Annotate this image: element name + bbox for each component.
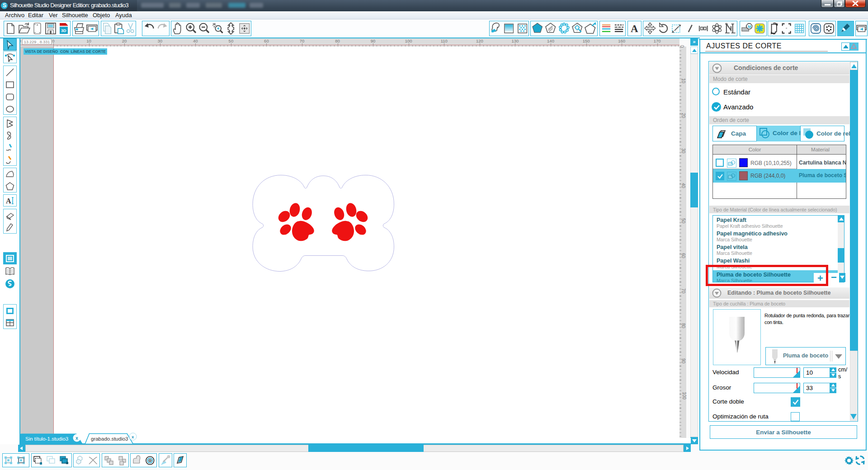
svg-text:Sin título-1.studio3: Sin título-1.studio3 (25, 436, 68, 442)
svg-text:x: x (132, 434, 134, 439)
svg-text:A: A (6, 197, 11, 205)
svg-text:x: x (75, 435, 78, 441)
svg-text:M: M (748, 24, 751, 29)
svg-text:3D: 3D (61, 28, 66, 33)
svg-text:grabado.studio3: grabado.studio3 (91, 436, 128, 442)
svg-text:A: A (631, 23, 638, 34)
